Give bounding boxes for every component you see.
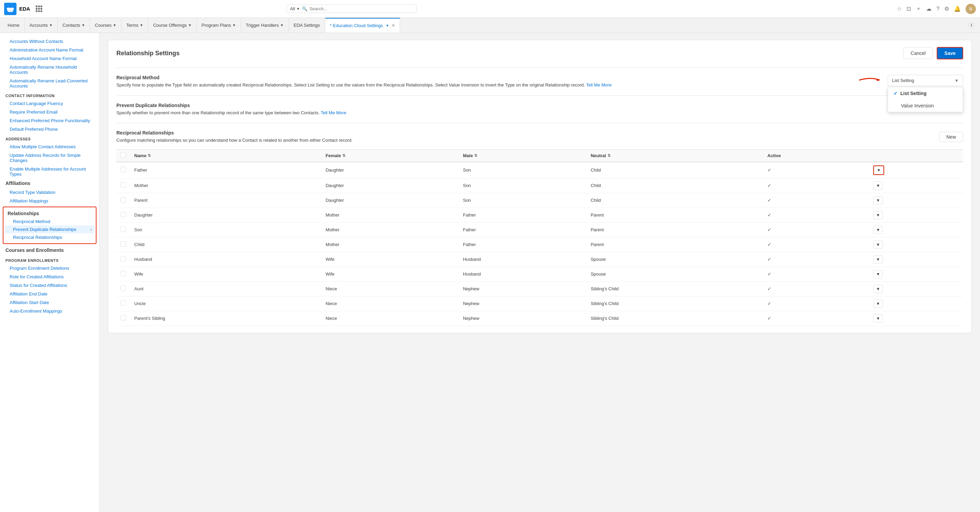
reciprocal-method-dropdown[interactable]: List Setting ▼ ✓ List Setting Value I	[888, 75, 963, 86]
th-female[interactable]: Female ⇅	[321, 149, 459, 162]
bookmark-icon[interactable]: ⊡	[907, 5, 911, 12]
th-male-label: Male	[463, 153, 473, 158]
search-bar[interactable]: All ▼ 🔍	[286, 5, 417, 13]
th-active-label: Active	[767, 153, 781, 158]
sidebar-item-prevent-duplicate[interactable]: Prevent Duplicate Relationships ›	[5, 225, 94, 233]
row-action-dropdown-button[interactable]: ▼	[873, 255, 883, 263]
row-checkbox[interactable]	[121, 227, 126, 232]
search-input[interactable]	[309, 6, 413, 11]
row-action-dropdown-button[interactable]: ▼	[873, 241, 883, 249]
row-action-dropdown-button[interactable]: ▼	[873, 300, 883, 308]
sidebar-item-rename-household[interactable]: Automatically Rename Household Accounts	[0, 63, 99, 76]
sidebar-item-program-enrollment-deletions[interactable]: Program Enrollment Deletions	[0, 264, 99, 273]
bell-icon[interactable]: 🔔	[954, 5, 961, 12]
sidebar-item-reciprocal-relationships[interactable]: Reciprocal Relationships	[5, 233, 94, 241]
dropdown-option-list-setting[interactable]: ✓ List Setting	[888, 87, 963, 100]
td-actions: ▼	[869, 252, 963, 266]
row-checkbox[interactable]	[121, 300, 126, 306]
tab-accounts[interactable]: Accounts ▼	[25, 18, 58, 33]
td-actions: ▼	[869, 237, 963, 252]
dropdown-trigger[interactable]: List Setting ▼	[888, 75, 963, 86]
sidebar-item-multiple-addresses[interactable]: Allow Multiple Contact Addresses	[0, 143, 99, 151]
reciprocal-method-label: Reciprocal Method	[116, 75, 882, 80]
help-icon[interactable]: ?	[936, 6, 939, 12]
row-checkbox[interactable]	[121, 167, 126, 172]
sidebar-item-contact-language[interactable]: Contact Language Fluency	[0, 99, 99, 108]
th-name-label: Name	[134, 153, 146, 158]
td-male: Husband	[459, 266, 587, 281]
row-checkbox[interactable]	[121, 197, 126, 203]
sidebar-item-enable-multiple-addresses[interactable]: Enable Multiple Addresses for Account Ty…	[0, 165, 99, 178]
row-checkbox[interactable]	[121, 285, 126, 291]
th-neutral[interactable]: Neutral ⇅	[587, 149, 763, 162]
tab-close-icon[interactable]: ✕	[392, 23, 395, 28]
td-name: Child	[130, 237, 321, 252]
dropdown-option-value-inversion[interactable]: Value Inversion	[888, 100, 963, 112]
header-checkbox[interactable]	[121, 152, 126, 158]
sidebar-item-require-preferred-email[interactable]: Require Preferred Email	[0, 108, 99, 116]
row-action-dropdown-button[interactable]: ▼	[873, 270, 883, 278]
relationships-table: Name ⇅ Female ⇅	[116, 149, 963, 326]
sidebar-item-record-type-validation[interactable]: Record Type Validation	[0, 188, 99, 197]
row-action-dropdown-button[interactable]: ▼	[873, 226, 883, 234]
sidebar-item-status-created-affiliations[interactable]: Status for Created Affiliations	[0, 281, 99, 290]
tab-courses[interactable]: Courses ▼	[90, 18, 121, 33]
sort-icon-male: ⇅	[474, 154, 477, 158]
grid-apps-icon[interactable]	[36, 5, 42, 12]
row-checkbox[interactable]	[121, 256, 126, 262]
row-action-dropdown-button[interactable]: ▼	[874, 166, 883, 174]
save-button[interactable]: Save	[937, 47, 963, 59]
th-name[interactable]: Name ⇅	[130, 149, 321, 162]
sidebar-item-affiliation-mappings[interactable]: Affiliation Mappings	[0, 197, 99, 205]
sidebar-item-reciprocal-method[interactable]: Reciprocal Method	[5, 217, 94, 225]
settings-icon[interactable]: ⚙	[944, 5, 949, 12]
row-checkbox[interactable]	[121, 182, 126, 188]
star-icon[interactable]: ☆	[897, 5, 902, 12]
row-checkbox[interactable]	[121, 241, 126, 247]
sidebar-item-default-preferred-phone[interactable]: Default Preferred Phone	[0, 125, 99, 133]
sidebar-item-household-account-name[interactable]: Household Account Name Format	[0, 54, 99, 63]
row-checkbox[interactable]	[121, 271, 126, 276]
sidebar-item-affiliation-end-date[interactable]: Affiliation End Date	[0, 290, 99, 298]
tab-education-cloud-settings[interactable]: * Education Cloud Settings ▼ ✕	[325, 18, 400, 33]
tab-course-offerings[interactable]: Course Offerings ▼	[148, 18, 197, 33]
sidebar-item-admin-account-name[interactable]: Administrative Account Name Format	[0, 46, 99, 54]
tab-eda-settings[interactable]: EDA Settings	[289, 18, 325, 33]
tab-home[interactable]: Home	[3, 18, 25, 33]
cloud-icon[interactable]: ☁	[926, 5, 932, 12]
user-avatar[interactable]: U	[966, 4, 976, 14]
tab-trigger-handlers[interactable]: Trigger Handlers ▼	[241, 18, 289, 33]
row-checkbox[interactable]	[121, 315, 126, 320]
row-action-dropdown-button[interactable]: ▼	[873, 211, 883, 219]
sidebar-category-courses-enrollments[interactable]: Courses and Enrollments	[0, 246, 99, 255]
sidebar-item-auto-enrollment-mappings[interactable]: Auto-Enrollment Mappings	[0, 307, 99, 315]
search-scope[interactable]: All ▼	[290, 6, 300, 11]
tab-terms[interactable]: Terms ▼	[122, 18, 148, 33]
tell-me-more-link-2[interactable]: Tell Me More	[321, 110, 346, 115]
tell-me-more-link-1[interactable]: Tell Me More	[586, 82, 612, 87]
row-checkbox[interactable]	[121, 212, 126, 217]
sidebar-item-affiliation-start-date[interactable]: Affiliation Start Date	[0, 298, 99, 307]
cancel-button[interactable]: Cancel	[904, 48, 933, 59]
row-action-dropdown-button[interactable]: ▼	[873, 285, 883, 293]
th-checkbox	[116, 149, 130, 162]
sidebar-item-enhanced-phone[interactable]: Enhanced Preferred Phone Functionality	[0, 116, 99, 125]
td-checkbox	[116, 252, 130, 266]
sidebar-category-affiliations[interactable]: Affiliations	[0, 178, 99, 188]
sidebar-section-program-enrollments: PROGRAM ENROLLMENTS	[0, 255, 99, 264]
tab-program-plans[interactable]: Program Plans ▼	[197, 18, 241, 33]
plus-icon[interactable]: ＋	[916, 5, 921, 13]
info-icon[interactable]: ℹ	[968, 22, 975, 29]
sidebar-category-relationships[interactable]: Relationships	[5, 209, 94, 217]
sidebar-item-role-created-affiliations[interactable]: Role for Created Affiliations	[0, 273, 99, 281]
row-action-dropdown-button[interactable]: ▼	[873, 182, 883, 190]
row-action-dropdown-button[interactable]: ▼	[873, 314, 883, 323]
table-row: Daughter Mother Father Parent ✓ ▼	[116, 208, 963, 222]
sidebar-item-update-address[interactable]: Update Address Records for Simple Change…	[0, 151, 99, 165]
tab-contacts[interactable]: Contacts ▼	[58, 18, 90, 33]
sidebar-item-rename-lead-converted[interactable]: Automatically Rename Lead-Converted Acco…	[0, 76, 99, 90]
new-button[interactable]: New	[939, 132, 963, 142]
sidebar-item-accounts-without-contacts[interactable]: Accounts Without Contacts	[0, 37, 99, 46]
th-male[interactable]: Male ⇅	[459, 149, 587, 162]
row-action-dropdown-button[interactable]: ▼	[873, 196, 883, 204]
